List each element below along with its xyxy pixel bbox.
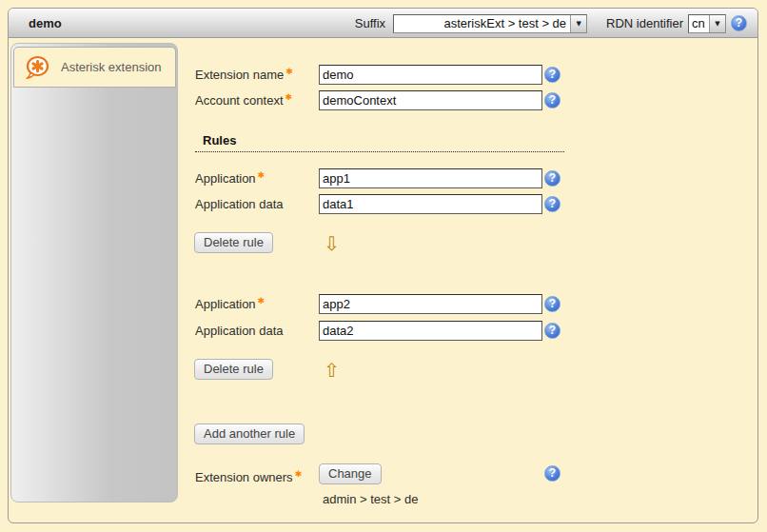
extension-name-row: Extension name✱ ? [195, 64, 567, 85]
application-data-label: Application data [195, 324, 319, 338]
asterisk-logo-icon [24, 54, 50, 81]
help-icon[interactable]: ? [544, 170, 560, 187]
help-icon[interactable]: ? [544, 67, 560, 83]
title-bar: demo Suffix asteriskExt > test > de ▼ RD… [9, 9, 757, 38]
help-icon[interactable]: ? [544, 92, 560, 108]
application-label: Application✱ [195, 170, 319, 186]
titlebar-controls: Suffix asteriskExt > test > de ▼ RDN ide… [355, 9, 747, 38]
application-label: Application✱ [195, 296, 319, 311]
account-context-input[interactable] [319, 90, 542, 110]
move-rule-up-icon[interactable]: ⇧ [324, 360, 344, 381]
rdn-identifier-select[interactable]: cn ▼ [688, 14, 726, 33]
application-input-2[interactable] [319, 294, 542, 314]
required-marker-icon: ✱ [258, 296, 266, 305]
application-data-input-1[interactable] [319, 194, 542, 214]
help-icon[interactable]: ? [544, 296, 560, 312]
rule-application-row: Application✱ ? [195, 167, 567, 188]
account-context-label: Account context✱ [195, 92, 319, 108]
suffix-label: Suffix [355, 16, 385, 30]
required-marker-icon: ✱ [258, 170, 266, 180]
dropdown-arrow-icon: ▼ [570, 15, 586, 32]
suffix-selected-value: asteriskExt > test > de [394, 16, 570, 30]
application-input-1[interactable] [319, 168, 542, 188]
rdn-identifier-label: RDN identifier [606, 16, 683, 30]
application-data-label: Application data [195, 197, 319, 211]
help-icon[interactable]: ? [544, 196, 560, 212]
dropdown-arrow-icon: ▼ [709, 15, 725, 32]
change-owners-button[interactable]: Change [319, 463, 382, 484]
extension-name-label: Extension name✱ [195, 67, 319, 82]
help-icon[interactable]: ? [731, 15, 747, 31]
extension-owners-value: admin > test > de [323, 492, 418, 506]
rules-section-heading: Rules [195, 133, 564, 152]
tab-label: Asterisk extension [61, 60, 162, 74]
delete-rule-button-1[interactable]: Delete rule [194, 232, 273, 253]
required-marker-icon: ✱ [285, 92, 293, 102]
tab-asterisk-extension[interactable]: Asterisk extension [13, 47, 176, 88]
extension-owners-label: Extension owners✱ [195, 463, 302, 485]
rdn-selected-value: cn [689, 16, 709, 30]
required-marker-icon: ✱ [285, 67, 293, 76]
suffix-select[interactable]: asteriskExt > test > de ▼ [393, 14, 587, 33]
delete-rule-button-2[interactable]: Delete rule [194, 359, 273, 380]
account-context-row: Account context✱ ? [195, 89, 567, 110]
rule-application-row: Application✱ ? [195, 293, 567, 314]
application-data-input-2[interactable] [319, 321, 542, 341]
help-icon[interactable]: ? [544, 465, 560, 482]
rule-application-data-row: Application data ? [195, 320, 567, 341]
extension-name-input[interactable] [319, 65, 542, 85]
required-marker-icon: ✱ [295, 469, 303, 479]
move-rule-down-icon[interactable]: ⇩ [324, 233, 344, 254]
add-another-rule-button[interactable]: Add another rule [194, 424, 305, 444]
rule-application-data-row: Application data ? [195, 193, 567, 214]
module-sidebar: Asterisk extension [10, 43, 178, 502]
account-edit-window: demo Suffix asteriskExt > test > de ▼ RD… [8, 8, 758, 523]
help-icon[interactable]: ? [544, 323, 560, 339]
page-title: demo [29, 9, 62, 38]
